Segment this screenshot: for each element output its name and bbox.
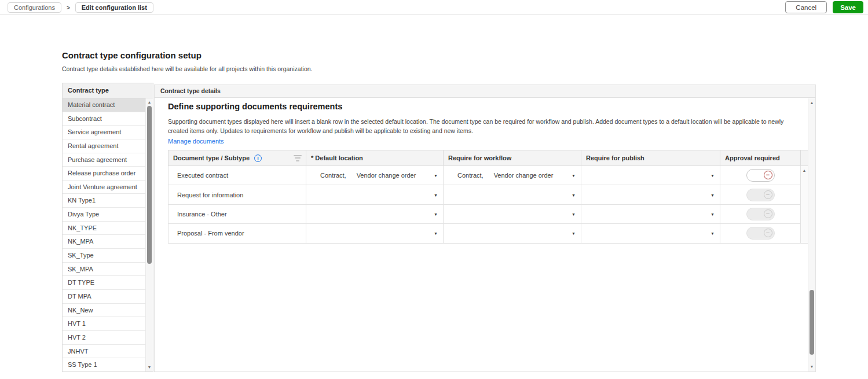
cell-document-type: Executed contract (169, 166, 306, 185)
sidebar-item-kn-type1[interactable]: KN Type1 (63, 194, 145, 208)
section-title: Define supporting documents requirements (168, 102, 342, 111)
require-for-publish-dropdown[interactable]: ▼ (581, 224, 720, 243)
approval-required-toggle[interactable]: − (746, 169, 775, 182)
save-button[interactable]: Save (833, 1, 863, 13)
table-scrollbar[interactable]: ▲ (801, 166, 808, 244)
require-for-publish-dropdown[interactable]: ▼ (581, 205, 720, 224)
default-location-dropdown[interactable]: ▼ (306, 185, 444, 204)
details-scrollbar[interactable]: ▲ ▼ (808, 98, 815, 371)
table-row: Executed contract Contract, Vendor chang… (169, 166, 808, 185)
scroll-down-icon[interactable]: ▼ (808, 364, 815, 370)
approval-required-toggle[interactable]: − (746, 227, 775, 240)
sidebar-item-rental-agreement[interactable]: Rental agreement (63, 139, 145, 153)
contract-type-panel: Contract type Material contract Subcontr… (62, 83, 153, 372)
page-title: Contract type configuration setup (62, 50, 202, 60)
sidebar-item-dt-mpa[interactable]: DT MPA (63, 290, 145, 304)
default-location-dropdown[interactable]: Contract, Vendor change order ▼ (306, 166, 444, 185)
chevron-down-icon: ▼ (710, 174, 715, 178)
sidebar-item-release-purchase-order[interactable]: Release purchase order (63, 167, 145, 181)
dropdown-value: Vendor change order (357, 172, 416, 179)
app-screen: Configurations > Edit configuration list… (0, 0, 868, 379)
chevron-down-icon: ▼ (710, 193, 715, 197)
sidebar-item-divya-type[interactable]: Divya Type (63, 208, 145, 222)
column-header-scroll-spacer (801, 150, 808, 166)
sidebar-item-hvt-1[interactable]: HVT 1 (63, 317, 145, 331)
sidebar-item-sk-type[interactable]: SK_Type (63, 249, 145, 263)
breadcrumb-edit-configuration-list[interactable]: Edit configuration list (75, 2, 153, 13)
manage-documents-link[interactable]: Manage documents (168, 138, 224, 145)
dropdown-value: Vendor change order (494, 172, 554, 179)
chevron-down-icon: ▼ (572, 231, 576, 236)
topbar-actions: Cancel Save (785, 1, 863, 13)
table-row: Request for information ▼ ▼ ▼ (169, 185, 808, 204)
sidebar-item-joint-venture-agreement[interactable]: Joint Venture agreement (63, 181, 145, 194)
chevron-down-icon: ▼ (572, 212, 576, 216)
breadcrumb-configurations[interactable]: Configurations (8, 2, 61, 13)
require-for-workflow-dropdown[interactable]: ▼ (444, 224, 581, 243)
minus-circle-icon: − (764, 190, 772, 199)
default-location-dropdown[interactable]: ▼ (306, 205, 444, 224)
contract-type-panel-header: Contract type (63, 83, 153, 98)
chevron-down-icon: ▼ (434, 193, 438, 197)
details-panel-header: Contract type details (155, 85, 815, 98)
info-icon[interactable]: i (254, 154, 262, 162)
column-header-label: Document type / Subtype (173, 154, 250, 161)
chevron-down-icon: ▼ (434, 231, 438, 236)
minus-circle-icon: − (764, 229, 772, 237)
require-for-workflow-dropdown[interactable]: ▼ (444, 185, 581, 204)
cancel-button[interactable]: Cancel (785, 1, 827, 13)
filter-icon[interactable] (294, 155, 302, 161)
column-header-approval-required: Approval required (720, 150, 801, 166)
scroll-up-icon[interactable]: ▲ (808, 100, 815, 106)
sidebar-scrollbar-thumb[interactable] (147, 106, 152, 264)
chevron-down-icon: ▼ (434, 212, 438, 216)
sidebar-scrollbar[interactable]: ▲ ▼ (145, 98, 153, 371)
details-scrollbar-thumb[interactable] (810, 290, 814, 355)
table-row: Proposal - From vendor ▼ ▼ ▼ (169, 224, 808, 243)
scroll-down-icon[interactable]: ▼ (146, 365, 153, 370)
chevron-down-icon: ▼ (572, 193, 576, 197)
require-for-workflow-dropdown[interactable]: Contract, Vendor change order ▼ (444, 166, 581, 185)
contract-type-details-panel: Contract type details Define supporting … (154, 84, 816, 372)
topbar: Configurations > Edit configuration list… (0, 0, 868, 15)
details-content: Define supporting documents requirements… (155, 98, 808, 371)
dropdown-value: Contract, (320, 172, 346, 179)
supporting-documents-table: Document type / Subtype i * Default loca… (168, 150, 808, 244)
approval-required-toggle[interactable]: − (746, 189, 775, 201)
sidebar-item-nk-mpa[interactable]: NK_MPA (63, 235, 145, 249)
sidebar-item-jnhvt[interactable]: JNHVT (63, 345, 145, 359)
dropdown-value: Contract, (457, 172, 484, 179)
cell-document-type: Insurance - Other (169, 205, 306, 224)
approval-required-toggle[interactable]: − (746, 208, 775, 220)
sidebar-item-sk-mpa[interactable]: SK_MPA (63, 263, 145, 277)
scroll-up-icon[interactable]: ▲ (801, 168, 808, 172)
column-header-document-type: Document type / Subtype i (169, 150, 306, 166)
sidebar-item-purchase-agreement[interactable]: Purchase agreement (63, 153, 145, 167)
table-row: Insurance - Other ▼ ▼ ▼ (169, 205, 808, 224)
breadcrumb: Configurations > Edit configuration list (8, 0, 153, 15)
chevron-down-icon: ▼ (434, 174, 438, 178)
sidebar-item-dt-type[interactable]: DT TYPE (63, 276, 145, 290)
cell-document-type: Request for information (169, 185, 306, 204)
sidebar-item-subcontract[interactable]: Subcontract (63, 112, 145, 126)
default-location-dropdown[interactable]: ▼ (306, 224, 444, 243)
sidebar-item-nk-new[interactable]: NK_New (63, 304, 145, 318)
column-header-default-location: * Default location (306, 150, 444, 166)
sidebar-item-material-contract[interactable]: Material contract (63, 98, 145, 112)
chevron-right-icon: > (67, 5, 70, 11)
sidebar-item-hvt-2[interactable]: HVT 2 (63, 331, 145, 345)
sidebar-item-nk-type[interactable]: NK_TYPE (63, 222, 145, 236)
cell-approval-required: − (720, 205, 801, 224)
cell-document-type: Proposal - From vendor (169, 224, 306, 243)
scroll-up-icon[interactable]: ▲ (146, 100, 153, 105)
table-header-row: Document type / Subtype i * Default loca… (168, 150, 808, 166)
require-for-publish-dropdown[interactable]: ▼ (581, 166, 720, 185)
contract-type-list: Material contract Subcontract Service ag… (63, 98, 145, 371)
require-for-publish-dropdown[interactable]: ▼ (581, 185, 720, 204)
column-header-require-for-publish: Require for publish (581, 150, 720, 166)
require-for-workflow-dropdown[interactable]: ▼ (444, 205, 581, 224)
page-subtitle: Contract type details established here w… (62, 65, 312, 72)
minus-circle-icon: − (764, 171, 772, 179)
sidebar-item-ss-type-1[interactable]: SS Type 1 (63, 358, 145, 371)
sidebar-item-service-agreement[interactable]: Service agreement (63, 126, 145, 139)
